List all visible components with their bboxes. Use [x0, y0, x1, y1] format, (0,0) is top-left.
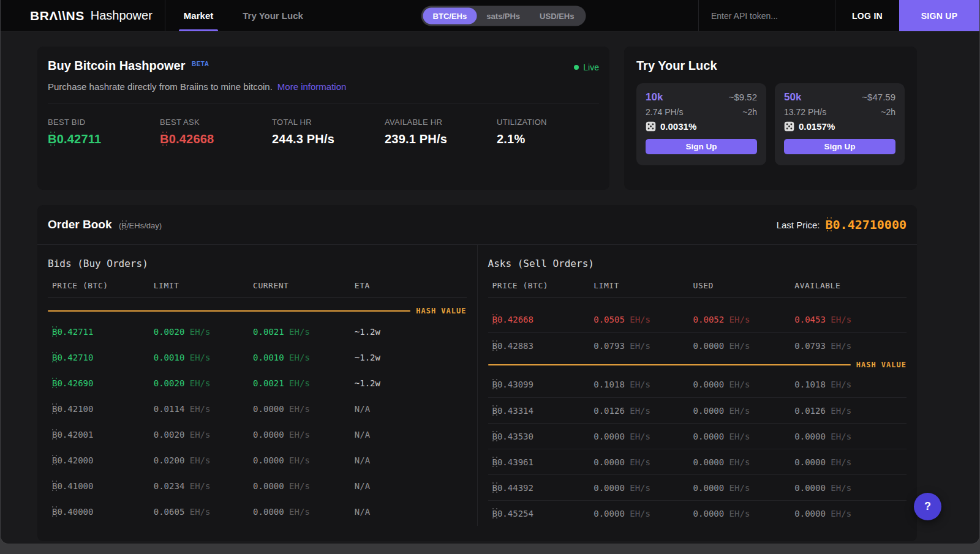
asks-section: Asks (Sell Orders) PRICE (BTC)LIMITUSEDA…: [477, 245, 907, 526]
help-button[interactable]: ?: [914, 493, 941, 520]
sign-up-offer-button[interactable]: Sign Up: [784, 139, 895, 154]
order-cell: B0.44392: [492, 483, 594, 493]
btc-symbol: B: [492, 342, 497, 350]
live-dot-icon: [574, 65, 579, 70]
stat-value: 2.1%: [497, 132, 599, 146]
tab-market-label: Market: [184, 10, 213, 21]
live-label: Live: [583, 62, 599, 72]
order-cell: B0.43530: [492, 432, 594, 441]
order-cell: B0.40000: [52, 507, 154, 517]
buy-card-subtitle: Purchase hashrate directly from Braiins …: [48, 81, 599, 92]
order-cell: 0.0126 EH/s: [594, 406, 693, 416]
order-cell: 0.0126 EH/s: [794, 406, 907, 416]
order-cell: B0.42668: [492, 315, 594, 324]
hash-value-marker: HASH VALUE: [48, 304, 467, 318]
order-cell: 0.0234 EH/s: [154, 481, 253, 491]
order-cell: N/A: [355, 507, 467, 517]
last-price-label: Last Price:: [777, 220, 820, 230]
stat-value: 239.1 PH/s: [385, 132, 497, 146]
bids-section: Bids (Buy Orders) PRICE (BTC)LIMITCURREN…: [48, 245, 467, 526]
order-cell: B0.43099: [492, 380, 594, 389]
column-headers: PRICE (BTC)LIMITCURRENTETA: [48, 281, 467, 298]
offer-name: 50k: [784, 91, 801, 103]
sign-up-button[interactable]: SIGN UP: [899, 0, 979, 31]
order-cell: B0.43961: [492, 457, 594, 467]
column-header: AVAILABLE: [794, 281, 907, 290]
stat-available-hr: AVAILABLE HR 239.1 PH/s: [385, 118, 497, 146]
subtitle-text: Purchase hashrate directly from Braiins …: [48, 81, 273, 92]
btc-symbol: B: [826, 219, 833, 231]
order-cell: ~1.2w: [355, 353, 467, 362]
more-information-link[interactable]: More information: [277, 81, 347, 92]
currency-toggle-btc-ehs[interactable]: BTC/EHs: [423, 7, 477, 24]
order-cell: 0.0000 EH/s: [693, 483, 795, 493]
stat-value: B0.42711: [48, 132, 160, 146]
stat-label: AVAILABLE HR: [385, 118, 497, 127]
offer-name: 10k: [646, 91, 663, 103]
order-cell: 0.0000 EH/s: [594, 432, 693, 441]
order-row: B0.427100.0010 EH/s0.0010 EH/s~1.2w: [48, 345, 467, 370]
column-header: ETA: [355, 281, 467, 290]
tab-try-your-luck-label: Try Your Luck: [243, 10, 303, 21]
order-cell: ~1.2w: [355, 327, 467, 337]
order-cell: 0.0605 EH/s: [154, 507, 253, 517]
order-cell: 0.0000 EH/s: [693, 406, 795, 416]
btc-symbol: B: [52, 507, 57, 516]
btc-symbol: B: [160, 133, 169, 145]
api-token-input[interactable]: [711, 11, 823, 21]
order-cell: 0.0000 EH/s: [794, 457, 907, 467]
tab-try-your-luck[interactable]: Try Your Luck: [243, 0, 303, 31]
stat-value: 244.3 PH/s: [272, 132, 385, 146]
btc-symbol: B: [121, 222, 127, 230]
order-cell: B0.43314: [492, 406, 594, 416]
order-cell: 0.0114 EH/s: [154, 404, 253, 414]
tab-market[interactable]: Market: [184, 0, 213, 31]
currency-toggle: BTC/EHs sats/PHs USD/EHs: [421, 6, 586, 26]
order-cell: 0.0000 EH/s: [794, 509, 907, 518]
sign-up-offer-button[interactable]: Sign Up: [646, 139, 757, 154]
column-header: LIMIT: [154, 281, 253, 290]
order-cell: 0.0000 EH/s: [693, 380, 795, 389]
order-row: B0.421000.0114 EH/s0.0000 EH/sN/A: [48, 396, 467, 422]
nav-tabs: Market Try Your Luck: [184, 0, 303, 31]
top-nav: BRΛ\\NS Hashpower Market Try Your Luck B…: [1, 0, 979, 32]
order-cell: 0.0000 EH/s: [253, 404, 355, 414]
column-header: PRICE (BTC): [52, 281, 154, 290]
order-cell: 0.0020 EH/s: [154, 430, 253, 440]
offer-chance-value: 0.0157%: [799, 121, 835, 132]
order-row: B0.428830.0793 EH/s0.0000 EH/s0.0793 EH/…: [488, 332, 907, 358]
braiins-logo[interactable]: BRΛ\\NS Hashpower: [1, 0, 165, 31]
btc-symbol: B: [492, 432, 497, 441]
column-header: USED: [693, 281, 795, 290]
btc-symbol: B: [492, 406, 497, 415]
order-cell: B0.42710: [52, 353, 154, 362]
luck-card-title: Try Your Luck: [636, 59, 905, 73]
order-row: B0.420010.0020 EH/s0.0000 EH/sN/A: [48, 422, 467, 447]
last-price: Last Price: B0.42710000: [777, 217, 907, 232]
stat-best-bid: BEST BID B0.42711: [48, 118, 160, 146]
btc-symbol: B: [48, 133, 57, 145]
order-cell: 0.0052 EH/s: [693, 315, 795, 324]
order-row: B0.400000.0605 EH/s0.0000 EH/sN/A: [48, 499, 467, 525]
stat-total-hr: TOTAL HR 244.3 PH/s: [272, 118, 385, 146]
currency-toggle-sats-phs[interactable]: sats/PHs: [477, 7, 530, 24]
market-stats: BEST BID B0.42711 BEST ASK B0.42668 TOTA…: [48, 118, 599, 146]
order-cell: 0.0010 EH/s: [253, 353, 355, 362]
divider: [165, 0, 165, 31]
offer-duration: ~2h: [881, 107, 895, 117]
order-book-title: Order Book: [48, 218, 112, 231]
btc-symbol: B: [52, 430, 57, 439]
order-row: B0.420000.0200 EH/s0.0000 EH/sN/A: [48, 447, 467, 473]
order-cell: 0.0000 EH/s: [253, 481, 355, 491]
luck-offer-50k: 50k ~$47.59 13.72 PH/s ~2h: [775, 83, 905, 165]
currency-toggle-usd-ehs[interactable]: USD/EHs: [530, 7, 584, 24]
log-in-button[interactable]: LOG IN: [835, 0, 899, 31]
order-cell: 0.0793 EH/s: [594, 341, 693, 351]
order-cell: B0.42001: [52, 430, 154, 440]
order-cell: B0.41000: [52, 481, 154, 491]
app-window: BRΛ\\NS Hashpower Market Try Your Luck B…: [0, 0, 980, 544]
order-cell: 0.1018 EH/s: [794, 380, 907, 389]
order-cell: B0.42000: [52, 455, 154, 465]
luck-offer-10k: 10k ~$9.52 2.74 PH/s ~2h: [636, 83, 766, 165]
divider: [48, 103, 599, 103]
